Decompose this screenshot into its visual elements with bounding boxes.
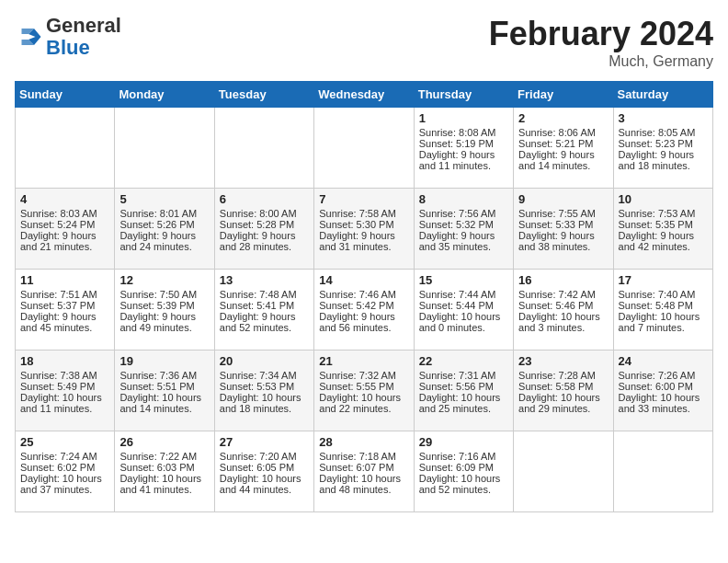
calendar-cell <box>214 108 313 189</box>
day-info-line: Sunset: 5:56 PM <box>419 381 508 392</box>
day-info-line: and 31 minutes. <box>319 241 408 252</box>
day-number: 9 <box>518 192 608 206</box>
day-info-line: and 7 minutes. <box>619 322 708 333</box>
day-info-line: Sunrise: 7:46 AM <box>319 289 408 300</box>
day-number: 4 <box>20 192 109 206</box>
calendar-cell: 3Sunrise: 8:05 AMSunset: 5:23 PMDaylight… <box>613 108 712 189</box>
day-info-line: and 33 minutes. <box>619 403 708 414</box>
day-info-line: and 14 minutes. <box>518 160 608 171</box>
calendar-cell: 26Sunrise: 7:22 AMSunset: 6:03 PMDayligh… <box>115 431 214 512</box>
day-info-line: Sunset: 5:49 PM <box>20 381 109 392</box>
day-number: 7 <box>319 192 408 206</box>
day-info-line: Daylight: 10 hours <box>419 311 508 322</box>
day-info-line: Daylight: 10 hours <box>518 392 608 403</box>
day-info-line: and 18 minutes. <box>220 403 309 414</box>
calendar-cell: 18Sunrise: 7:38 AMSunset: 5:49 PMDayligh… <box>16 350 115 431</box>
day-info-line: Sunrise: 8:05 AM <box>619 127 708 138</box>
day-number: 12 <box>119 273 209 287</box>
day-number: 22 <box>419 354 508 368</box>
logo-blue-text: Blue <box>46 36 90 59</box>
day-info-line: Sunset: 5:32 PM <box>419 219 508 230</box>
calendar-cell: 10Sunrise: 7:53 AMSunset: 5:35 PMDayligh… <box>613 189 712 270</box>
day-info-line: Daylight: 9 hours <box>20 230 109 241</box>
day-info-line: Sunrise: 7:22 AM <box>119 451 209 462</box>
day-info-line: Sunset: 5:55 PM <box>319 381 408 392</box>
page-header: General Blue February 2024 Much, Germany <box>15 15 713 70</box>
day-info-line: Sunrise: 8:06 AM <box>518 127 608 138</box>
day-info-line: and 25 minutes. <box>419 403 508 414</box>
day-number: 27 <box>220 435 309 449</box>
weekday-thursday: Thursday <box>414 82 513 108</box>
calendar-week-1: 1Sunrise: 8:08 AMSunset: 5:19 PMDaylight… <box>16 108 713 189</box>
calendar-week-5: 25Sunrise: 7:24 AMSunset: 6:02 PMDayligh… <box>16 431 713 512</box>
weekday-friday: Friday <box>514 82 613 108</box>
calendar-cell: 20Sunrise: 7:34 AMSunset: 5:53 PMDayligh… <box>214 350 313 431</box>
day-info-line: Daylight: 10 hours <box>319 392 408 403</box>
day-info-line: Sunset: 5:46 PM <box>518 300 608 311</box>
calendar-body: 1Sunrise: 8:08 AMSunset: 5:19 PMDaylight… <box>16 108 713 512</box>
day-number: 24 <box>619 354 708 368</box>
day-info-line: Sunset: 6:09 PM <box>419 462 508 473</box>
calendar-title: February 2024 <box>489 15 713 53</box>
day-info-line: and 52 minutes. <box>220 322 309 333</box>
calendar-cell: 28Sunrise: 7:18 AMSunset: 6:07 PMDayligh… <box>314 431 414 512</box>
calendar-cell: 5Sunrise: 8:01 AMSunset: 5:26 PMDaylight… <box>115 189 214 270</box>
day-number: 23 <box>518 354 608 368</box>
logo-icon <box>15 23 42 51</box>
day-info-line: Sunset: 6:02 PM <box>20 462 109 473</box>
day-info-line: Sunrise: 7:40 AM <box>619 289 708 300</box>
day-info-line: Sunrise: 7:16 AM <box>419 451 508 462</box>
day-info-line: Sunset: 5:51 PM <box>119 381 209 392</box>
calendar-cell: 19Sunrise: 7:36 AMSunset: 5:51 PMDayligh… <box>115 350 214 431</box>
day-info-line: Daylight: 10 hours <box>220 473 309 484</box>
day-info-line: Sunset: 5:26 PM <box>119 219 209 230</box>
day-info-line: Sunset: 5:28 PM <box>220 219 309 230</box>
calendar-cell: 12Sunrise: 7:50 AMSunset: 5:39 PMDayligh… <box>115 270 214 350</box>
day-info-line: Daylight: 9 hours <box>20 311 109 322</box>
day-info-line: Sunset: 5:48 PM <box>619 300 708 311</box>
day-info-line: Sunrise: 7:55 AM <box>518 208 608 219</box>
day-info-line: Daylight: 9 hours <box>119 311 209 322</box>
day-info-line: Daylight: 9 hours <box>319 230 408 241</box>
day-info-line: Daylight: 9 hours <box>319 311 408 322</box>
day-info-line: and 3 minutes. <box>518 322 608 333</box>
calendar-cell: 22Sunrise: 7:31 AMSunset: 5:56 PMDayligh… <box>414 350 513 431</box>
day-number: 14 <box>319 273 408 287</box>
day-info-line: Daylight: 9 hours <box>619 230 708 241</box>
day-info-line: Sunset: 6:05 PM <box>220 462 309 473</box>
day-info-line: Sunrise: 8:01 AM <box>119 208 209 219</box>
day-info-line: Sunset: 6:03 PM <box>119 462 209 473</box>
day-info-line: and 18 minutes. <box>619 160 708 171</box>
day-info-line: and 42 minutes. <box>619 241 708 252</box>
day-info-line: Sunrise: 7:58 AM <box>319 208 408 219</box>
calendar-cell <box>613 431 712 512</box>
day-info-line: Daylight: 9 hours <box>619 149 708 160</box>
day-info-line: Sunset: 5:58 PM <box>518 381 608 392</box>
calendar-cell: 29Sunrise: 7:16 AMSunset: 6:09 PMDayligh… <box>414 431 513 512</box>
weekday-saturday: Saturday <box>613 82 712 108</box>
day-info-line: Daylight: 9 hours <box>119 230 209 241</box>
day-number: 15 <box>419 273 508 287</box>
day-info-line: Daylight: 10 hours <box>619 392 708 403</box>
day-info-line: Sunrise: 7:48 AM <box>220 289 309 300</box>
day-info-line: Sunrise: 7:38 AM <box>20 370 109 381</box>
calendar-cell: 15Sunrise: 7:44 AMSunset: 5:44 PMDayligh… <box>414 270 513 350</box>
calendar-week-2: 4Sunrise: 8:03 AMSunset: 5:24 PMDaylight… <box>16 189 713 270</box>
day-number: 18 <box>20 354 109 368</box>
day-info-line: Daylight: 10 hours <box>419 392 508 403</box>
calendar-table: SundayMondayTuesdayWednesdayThursdayFrid… <box>15 81 713 512</box>
day-info-line: Sunset: 5:37 PM <box>20 300 109 311</box>
day-info-line: Daylight: 9 hours <box>419 149 508 160</box>
logo-general-text: General <box>46 14 121 37</box>
logo: General Blue <box>15 15 121 59</box>
day-info-line: Sunrise: 7:53 AM <box>619 208 708 219</box>
day-info-line: Sunrise: 7:51 AM <box>20 289 109 300</box>
day-info-line: and 56 minutes. <box>319 322 408 333</box>
day-info-line: and 49 minutes. <box>119 322 209 333</box>
weekday-sunday: Sunday <box>16 82 115 108</box>
calendar-cell: 25Sunrise: 7:24 AMSunset: 6:02 PMDayligh… <box>16 431 115 512</box>
day-number: 5 <box>119 192 209 206</box>
calendar-cell <box>115 108 214 189</box>
calendar-cell: 16Sunrise: 7:42 AMSunset: 5:46 PMDayligh… <box>514 270 613 350</box>
weekday-wednesday: Wednesday <box>314 82 414 108</box>
